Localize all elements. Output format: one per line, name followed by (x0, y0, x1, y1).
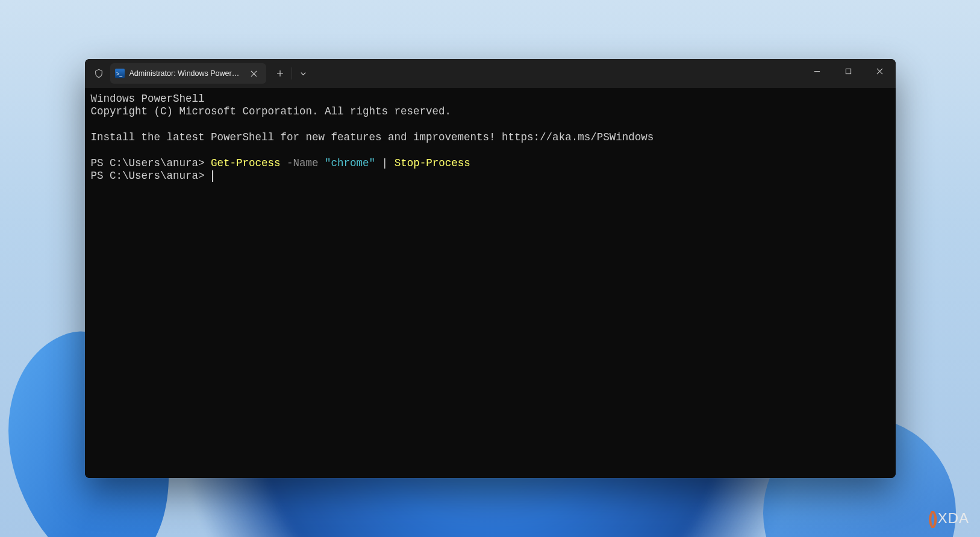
tab-dropdown-button[interactable] (293, 63, 314, 84)
minimize-button[interactable] (802, 59, 833, 83)
output-line: Copyright (C) Microsoft Corporation. All… (91, 105, 452, 117)
window-controls (802, 59, 896, 88)
tab-close-button[interactable] (248, 67, 260, 79)
watermark-bracket: () (928, 508, 935, 529)
tab-powershell[interactable]: >_ Administrator: Windows PowerShell (110, 63, 266, 84)
close-button[interactable] (864, 59, 896, 83)
maximize-button[interactable] (833, 59, 864, 83)
pipe-operator: | (375, 157, 395, 169)
cmdlet: Get-Process (211, 157, 281, 169)
tab-title: Administrator: Windows PowerShell (130, 69, 241, 78)
string-literal: "chrome" (325, 157, 375, 169)
new-tab-button[interactable] (270, 63, 290, 84)
powershell-icon: >_ (115, 69, 125, 78)
parameter: -Name (281, 157, 325, 169)
svg-text:>_: >_ (116, 70, 122, 77)
terminal-output[interactable]: Windows PowerShell Copyright (C) Microso… (85, 88, 896, 478)
svg-rect-6 (846, 69, 850, 73)
output-line: Windows PowerShell (91, 93, 205, 105)
titlebar[interactable]: >_ Administrator: Windows PowerShell (85, 59, 896, 88)
cmdlet: Stop-Process (395, 157, 470, 169)
prompt: PS C:\Users\anura> (91, 170, 211, 182)
admin-shield-icon (89, 69, 109, 78)
output-line: Install the latest PowerShell for new fe… (91, 131, 654, 143)
terminal-window: >_ Administrator: Windows PowerShell (85, 59, 896, 478)
cursor (212, 170, 213, 182)
xda-watermark: () XDA (928, 508, 969, 529)
divider (292, 67, 292, 79)
prompt: PS C:\Users\anura> (91, 157, 211, 169)
watermark-text: XDA (938, 510, 969, 527)
